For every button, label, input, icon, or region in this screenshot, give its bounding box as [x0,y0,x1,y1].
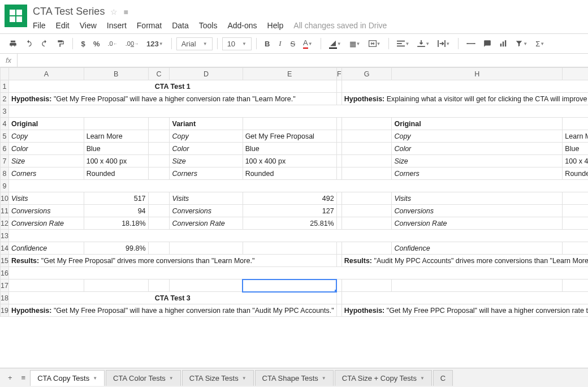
paint-format-icon[interactable] [53,37,68,50]
sheet-tab[interactable]: C [433,370,453,386]
currency-button[interactable]: $ [77,37,89,50]
cell[interactable]: Hypothesis: "Get My Free PPC Proposal" w… [341,304,588,317]
redo-icon[interactable] [37,37,52,50]
spreadsheet-grid[interactable]: A B C D E F G H I J K L M 1 CTA Test 1 C… [0,67,588,385]
col-header[interactable]: B [84,68,148,80]
cell[interactable]: 100 x 400 px [84,155,148,167]
menu-edit[interactable]: Edit [56,21,70,30]
cell[interactable] [336,167,341,180]
cell[interactable]: Rounded [563,167,588,180]
row-header[interactable]: 16 [1,267,9,280]
font-size-select[interactable]: 10▼ [222,37,252,50]
fill-color-button[interactable]: ◢ ▼ [326,36,345,51]
cell[interactable]: Visits [392,192,563,205]
cell[interactable] [336,130,341,143]
row-header[interactable]: 3 [1,105,9,118]
cell[interactable]: CTA Test 1 [8,80,336,93]
cell[interactable]: Rounded [84,167,148,180]
menu-file[interactable]: File [33,21,46,30]
col-header[interactable]: C [148,68,170,80]
functions-button[interactable]: Σ ▼ [532,37,548,50]
row-header[interactable]: 10 [1,192,9,205]
menu-view[interactable]: View [80,21,97,30]
cell[interactable] [341,205,392,217]
cell[interactable] [8,267,588,280]
cell[interactable] [392,280,563,292]
cell[interactable]: 100 x 400 px [243,155,336,167]
cell[interactable] [148,118,170,130]
menu-help[interactable]: Help [267,21,284,30]
cell[interactable]: Blue [84,143,148,155]
row-header[interactable]: 13 [1,230,9,242]
italic-button[interactable]: I [274,37,286,50]
cell[interactable]: 95.70% [563,242,588,255]
sheet-tab[interactable]: CTA Copy Tests▼ [30,370,105,386]
cell[interactable]: 25.81% [243,217,336,230]
font-select[interactable]: Arial▼ [176,37,213,50]
cell[interactable] [336,280,341,292]
row-header[interactable]: 17 [1,280,9,292]
col-header[interactable]: I [563,68,588,80]
cell[interactable] [336,155,341,167]
cell[interactable]: 517 [84,192,148,205]
cell[interactable]: Original [8,118,84,130]
cell[interactable]: 609 [563,192,588,205]
menu-addons[interactable]: Add-ons [227,21,257,30]
cell[interactable] [148,167,170,180]
text-color-button[interactable]: A ▼ [300,36,316,51]
tab-menu-icon[interactable]: ▼ [420,376,425,381]
cell[interactable]: 127 [243,205,336,217]
cell[interactable]: Color [8,143,84,155]
cell[interactable]: Rounded [243,167,336,180]
document-title[interactable]: CTA Test Series [33,6,105,18]
cell[interactable] [148,280,170,292]
cell[interactable]: Hypothesis: "Get My Free Proposal" will … [8,93,336,105]
print-icon[interactable] [6,37,20,50]
cell[interactable]: Blue [243,143,336,155]
cell[interactable] [148,155,170,167]
row-header[interactable]: 6 [1,143,9,155]
cell[interactable]: Size [392,155,563,167]
col-header[interactable]: D [170,68,243,80]
cell[interactable]: Conversion Rate [392,217,563,230]
cell[interactable]: Conversions [392,205,563,217]
bold-button[interactable]: B [261,37,273,50]
cell[interactable] [336,205,341,217]
cell[interactable] [336,242,341,255]
tab-menu-icon[interactable]: ▼ [242,376,247,381]
row-header[interactable]: 9 [1,180,9,192]
cell[interactable] [563,280,588,292]
selection-handle[interactable] [335,290,337,292]
cell[interactable]: Hypothesis: Explaining what a visitor wi… [341,93,588,105]
cell[interactable] [148,192,170,205]
cell[interactable]: 492 [243,192,336,205]
cell[interactable]: Conversion Rate [170,217,243,230]
cell[interactable]: Color [392,143,563,155]
cell[interactable]: Conversion Rate [8,217,84,230]
cell[interactable] [341,167,392,180]
cell[interactable]: Visits [170,192,243,205]
col-header[interactable]: G [341,68,392,80]
sheet-tab[interactable]: CTA Shape Tests▼ [255,370,334,386]
cell[interactable]: Learn More [84,130,148,143]
chart-button[interactable] [496,37,511,50]
link-button[interactable] [463,38,479,49]
col-header[interactable]: H [392,68,563,80]
cell[interactable] [336,93,341,105]
cell[interactable]: Corners [8,167,84,180]
cell[interactable] [336,217,341,230]
cell[interactable] [148,143,170,155]
cell[interactable]: Copy [8,130,84,143]
cell[interactable]: CTA Test 2 [341,80,588,93]
merge-button[interactable]: ▼ [365,38,384,49]
cell[interactable] [341,192,392,205]
cell[interactable] [341,118,392,130]
add-sheet-button[interactable]: + [3,371,17,384]
cell[interactable]: Blue [563,143,588,155]
cell[interactable]: Results: "Audit My PPC Accounts" drives … [341,255,588,267]
sheet-tab[interactable]: CTA Size Tests▼ [182,370,254,386]
cell[interactable] [336,255,341,267]
wrap-button[interactable]: ▼ [434,38,453,49]
borders-button[interactable]: ▦ ▼ [346,37,364,50]
menu-data[interactable]: Data [172,21,189,30]
